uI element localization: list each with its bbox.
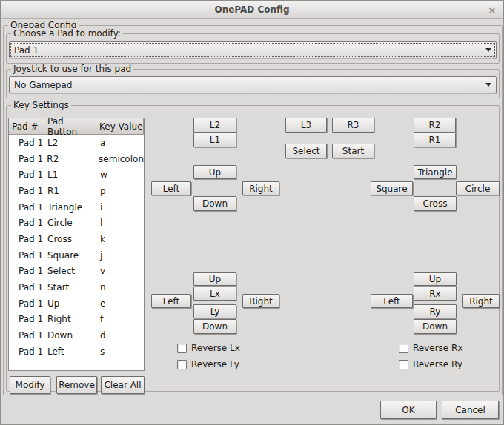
select-button[interactable]: Select bbox=[285, 144, 327, 158]
cell-key: s bbox=[96, 347, 144, 357]
cell-pad: Pad 1 bbox=[9, 250, 44, 261]
dpad-down-button[interactable]: Down bbox=[193, 196, 236, 211]
lstick-up-button[interactable]: Up bbox=[193, 272, 236, 286]
rstick-up-button[interactable]: Up bbox=[414, 272, 457, 286]
lstick-lx-button[interactable]: Lx bbox=[193, 287, 236, 301]
rstick-left-button[interactable]: Left bbox=[371, 294, 413, 308]
cancel-button[interactable]: Cancel bbox=[442, 401, 499, 419]
cell-key: w bbox=[96, 170, 144, 180]
dpad-left-button[interactable]: Left bbox=[151, 181, 191, 195]
titlebar[interactable]: OnePAD Config × bbox=[1, 1, 503, 19]
start-button[interactable]: Start bbox=[332, 144, 374, 158]
table-row[interactable]: Pad 1 Square j bbox=[9, 247, 144, 264]
column-header-pad[interactable]: Pad # bbox=[9, 118, 44, 134]
reverse-ly-label: Reverse Ly bbox=[191, 359, 239, 369]
ok-button[interactable]: OK bbox=[380, 401, 437, 419]
r3-button[interactable]: R3 bbox=[332, 118, 374, 133]
column-header-pad-button[interactable]: Pad Button bbox=[44, 118, 96, 134]
cell-key: i bbox=[96, 202, 144, 212]
circle-button[interactable]: Circle bbox=[456, 181, 500, 195]
cell-pad: Pad 1 bbox=[9, 218, 44, 228]
cell-pad: Pad 1 bbox=[9, 266, 44, 276]
cell-button: Triangle bbox=[44, 202, 96, 212]
cell-key: j bbox=[96, 250, 144, 261]
joystick-select-dropdown-button[interactable] bbox=[480, 83, 496, 87]
cell-pad: Pad 1 bbox=[9, 282, 44, 292]
cell-key: n bbox=[96, 282, 144, 292]
cell-button: Square bbox=[44, 250, 96, 261]
l1-button[interactable]: L1 bbox=[193, 133, 236, 147]
table-row[interactable]: Pad 1 Start n bbox=[9, 279, 144, 295]
table-row[interactable]: Pad 1 Triangle i bbox=[9, 199, 144, 215]
cell-key: d bbox=[96, 330, 144, 341]
rstick-rx-button[interactable]: Rx bbox=[414, 287, 457, 301]
close-icon[interactable]: × bbox=[486, 4, 498, 16]
cell-key: f bbox=[96, 314, 144, 324]
table-row[interactable]: Pad 1 Select v bbox=[9, 264, 144, 280]
onepad-config-window: OnePAD Config × Onepad Config Choose a P… bbox=[0, 0, 504, 425]
cell-pad: Pad 1 bbox=[9, 170, 44, 180]
cell-pad: Pad 1 bbox=[9, 138, 44, 148]
cell-button: Circle bbox=[44, 218, 96, 228]
cell-pad: Pad 1 bbox=[9, 330, 44, 341]
cell-key: k bbox=[96, 234, 144, 244]
lstick-down-button[interactable]: Down bbox=[193, 319, 236, 334]
cell-button: R1 bbox=[44, 186, 96, 196]
square-button[interactable]: Square bbox=[371, 181, 413, 195]
pad-select[interactable]: Pad 1 bbox=[9, 41, 497, 58]
table-row[interactable]: Pad 1 L1 w bbox=[9, 167, 144, 183]
table-row[interactable]: Pad 1 R2 semicolon bbox=[9, 151, 144, 167]
cell-button: L2 bbox=[44, 138, 96, 148]
cell-button: Cross bbox=[44, 234, 96, 244]
table-row[interactable]: Pad 1 Right f bbox=[9, 312, 144, 328]
cell-button: L1 bbox=[44, 170, 96, 180]
r2-button[interactable]: R2 bbox=[414, 118, 456, 133]
remove-button[interactable]: Remove bbox=[56, 376, 97, 394]
triangle-button[interactable]: Triangle bbox=[414, 165, 457, 179]
reverse-ry-checkbox[interactable] bbox=[399, 360, 408, 369]
dpad-right-button[interactable]: Right bbox=[242, 181, 279, 195]
pad-select-dropdown-button[interactable] bbox=[480, 48, 496, 52]
dpad-up-button[interactable]: Up bbox=[193, 165, 236, 179]
rstick-ry-button[interactable]: Ry bbox=[414, 304, 457, 318]
l3-button[interactable]: L3 bbox=[285, 118, 327, 133]
reverse-ly-checkbox[interactable] bbox=[177, 360, 187, 369]
clear-all-button[interactable]: Clear All bbox=[101, 376, 145, 394]
cell-button: Left bbox=[44, 347, 96, 357]
r1-button[interactable]: R1 bbox=[414, 133, 456, 147]
lstick-left-button[interactable]: Left bbox=[151, 294, 191, 308]
table-row[interactable]: Pad 1 Up e bbox=[9, 295, 144, 312]
rstick-right-button[interactable]: Right bbox=[462, 294, 500, 308]
table-row[interactable]: Pad 1 Circle l bbox=[9, 215, 144, 231]
cell-pad: Pad 1 bbox=[9, 234, 44, 244]
cell-key: l bbox=[96, 218, 144, 228]
l2-button[interactable]: L2 bbox=[193, 118, 236, 133]
reverse-ry-label: Reverse Ry bbox=[413, 359, 462, 369]
modify-button[interactable]: Modify bbox=[10, 376, 50, 394]
table-row[interactable]: Pad 1 Cross k bbox=[9, 231, 144, 247]
window-title: OnePAD Config bbox=[214, 4, 289, 15]
table-row[interactable]: Pad 1 Left s bbox=[9, 344, 144, 360]
reverse-rx-checkbox[interactable] bbox=[399, 344, 408, 353]
key-settings-frame-label: Key Settings bbox=[11, 100, 71, 111]
cell-button: Start bbox=[44, 282, 96, 292]
lstick-right-button[interactable]: Right bbox=[242, 294, 279, 308]
rstick-down-button[interactable]: Down bbox=[414, 319, 457, 334]
cell-key: a bbox=[96, 138, 144, 148]
cell-button: Down bbox=[44, 330, 96, 341]
key-mapping-table: Pad # Pad Button Key Value Pad 1 L2 a Pa… bbox=[8, 118, 145, 371]
cross-button[interactable]: Cross bbox=[414, 196, 457, 211]
cell-key: p bbox=[96, 186, 144, 196]
reverse-lx-checkbox[interactable] bbox=[177, 344, 187, 353]
pad-select-value: Pad 1 bbox=[10, 45, 480, 56]
reverse-rx-label: Reverse Rx bbox=[413, 343, 463, 353]
table-row[interactable]: Pad 1 L2 a bbox=[9, 135, 144, 151]
cell-pad: Pad 1 bbox=[9, 298, 44, 309]
lstick-ly-button[interactable]: Ly bbox=[193, 304, 236, 318]
cell-key: e bbox=[96, 298, 144, 309]
joystick-select[interactable]: No Gamepad bbox=[9, 76, 497, 93]
table-row[interactable]: Pad 1 Down d bbox=[9, 327, 144, 344]
joystick-frame-label: Joystick to use for this pad bbox=[11, 64, 133, 75]
table-row[interactable]: Pad 1 R1 p bbox=[9, 183, 144, 199]
column-header-key-value[interactable]: Key Value bbox=[96, 118, 144, 134]
